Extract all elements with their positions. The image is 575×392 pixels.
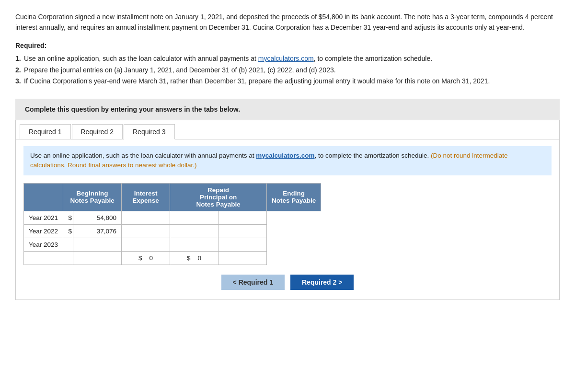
year-2023-int-exp-input[interactable]	[126, 241, 165, 248]
tab-required-2[interactable]: Required 2	[72, 124, 123, 139]
total-int-value: 0	[150, 254, 153, 262]
blue-instruction-text: Use an online application, such as the l…	[30, 152, 431, 159]
total-beg-empty-1	[63, 251, 73, 265]
requirement-2: 2. Prepare the journal entries on (a) Ja…	[15, 65, 560, 76]
tab-required-1-label: Required 1	[29, 128, 62, 136]
req2-text: Prepare the journal entries on (a) Janua…	[24, 65, 336, 76]
year-2021-rep-principal-cell[interactable]	[170, 211, 218, 224]
req1-text: Use an online application, such as the l…	[24, 53, 432, 65]
amortization-table: BeginningNotes Payable InterestExpense R…	[23, 183, 321, 265]
table-row: Year 2023	[24, 238, 321, 251]
total-rep-dollar: $	[187, 254, 191, 262]
requirements-list: 1. Use an online application, such as th…	[15, 53, 560, 87]
req3-text: If Cucina Corporation's year-end were Ma…	[24, 76, 490, 87]
year-2021-rep-principal-input[interactable]	[175, 214, 213, 221]
year-2023-rep-principal-input[interactable]	[175, 241, 213, 248]
year-2023-label: Year 2023	[24, 238, 63, 251]
total-label	[24, 251, 63, 265]
prev-button-label: < Required 1	[233, 278, 273, 286]
year-2022-end-np-cell[interactable]	[218, 224, 267, 238]
total-beg-empty-2	[73, 251, 122, 265]
col-header-interest-expense: InterestExpense	[122, 183, 170, 211]
tabs-container: Required 1 Required 2 Required 3 Use an …	[15, 120, 560, 300]
req3-num: 3.	[15, 76, 22, 87]
col-header-ending-notes-payable: EndingNotes Payable	[267, 183, 321, 211]
year-2021-end-np-cell[interactable]	[218, 211, 267, 224]
required-label: Required:	[15, 42, 560, 49]
table-row: Year 2022 $ 37,076	[24, 224, 321, 238]
mycalculators-link-1[interactable]: mycalculators.com	[258, 55, 314, 62]
requirement-1: 1. Use an online application, such as th…	[15, 53, 560, 65]
mycalculators-link-2[interactable]: mycalculators.com	[256, 152, 314, 159]
intro-text: Cucina Corporation signed a new installm…	[15, 12, 560, 33]
total-rep-cell: $ 0	[170, 251, 218, 265]
year-2022-rep-principal-input[interactable]	[175, 228, 213, 235]
year-2022-end-np-input[interactable]	[223, 228, 262, 235]
next-button-label: Required 2 >	[302, 278, 342, 286]
year-2021-int-exp-cell[interactable]	[122, 211, 170, 224]
tabs-row: Required 1 Required 2 Required 3	[16, 120, 559, 139]
year-2022-int-exp-input[interactable]	[126, 228, 165, 235]
year-2022-label: Year 2022	[24, 224, 63, 238]
year-2021-beg-value: 54,800	[73, 211, 122, 224]
col-header-beginning-notes-payable: BeginningNotes Payable	[63, 183, 122, 211]
tab-required-3[interactable]: Required 3	[124, 124, 175, 139]
prev-button[interactable]: < Required 1	[221, 275, 285, 290]
year-2022-int-exp-cell[interactable]	[122, 224, 170, 238]
year-2021-beg-dollar: $	[63, 211, 73, 224]
year-2023-end-np-cell[interactable]	[218, 238, 267, 251]
requirement-3: 3. If Cucina Corporation's year-end were…	[15, 76, 560, 87]
year-2023-beg-value[interactable]	[73, 238, 122, 251]
total-int-dollar: $	[138, 254, 142, 262]
total-rep-value: 0	[198, 254, 202, 262]
total-row: $ 0 $ 0	[24, 251, 321, 265]
tab-required-2-label: Required 2	[81, 128, 114, 136]
next-button[interactable]: Required 2 >	[290, 275, 354, 290]
total-end-empty	[218, 251, 267, 265]
year-2021-end-np-input[interactable]	[223, 214, 262, 221]
col-header-repaid-principal: RepaidPrincipal onNotes Payable	[170, 183, 267, 211]
gray-instruction-text: Complete this question by entering your …	[25, 105, 240, 113]
year-2022-beg-dollar: $	[63, 224, 73, 238]
tab-required-3-label: Required 3	[133, 128, 166, 136]
year-2023-end-np-input[interactable]	[223, 241, 262, 248]
blue-instruction-box: Use an online application, such as the l…	[23, 146, 552, 175]
total-int-exp-cell: $ 0	[122, 251, 170, 265]
year-2022-beg-value: 37,076	[73, 224, 122, 238]
year-2023-int-exp-cell[interactable]	[122, 238, 170, 251]
nav-buttons: < Required 1 Required 2 >	[23, 275, 552, 290]
table-row: Year 2021 $ 54,800	[24, 211, 321, 224]
gray-instruction-box: Complete this question by entering your …	[15, 99, 560, 120]
year-2023-beg-input[interactable]	[78, 241, 116, 248]
year-2022-rep-principal-cell[interactable]	[170, 224, 218, 238]
req1-num: 1.	[15, 53, 22, 65]
tab-required-1[interactable]: Required 1	[20, 124, 71, 139]
req2-num: 2.	[15, 65, 22, 76]
year-2021-int-exp-input[interactable]	[126, 214, 165, 221]
year-2021-label: Year 2021	[24, 211, 63, 224]
year-2023-rep-principal-cell[interactable]	[170, 238, 218, 251]
year-2023-beg-dollar	[63, 238, 73, 251]
col-header-year	[24, 183, 63, 211]
tab-content-required-1: Use an online application, such as the l…	[16, 139, 559, 300]
